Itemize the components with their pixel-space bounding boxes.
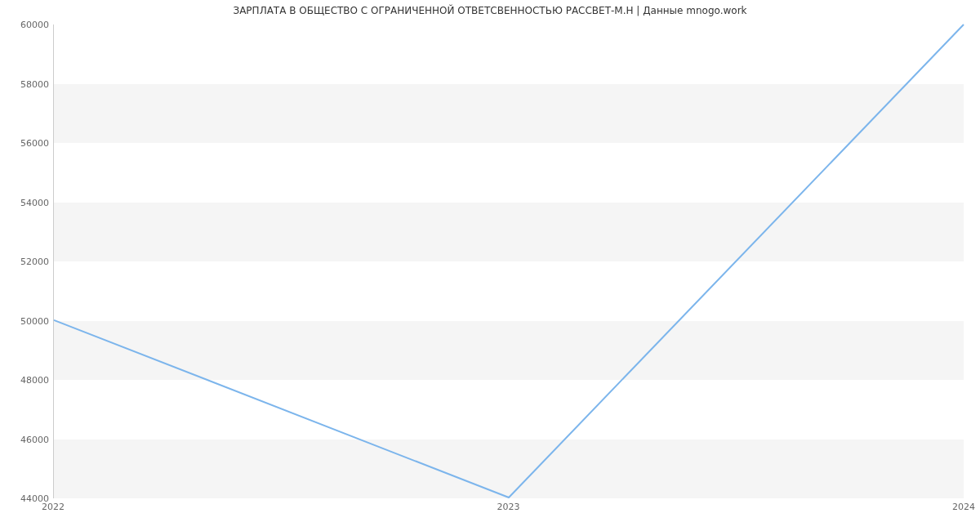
data-line bbox=[54, 25, 964, 498]
y-tick-label: 60000 bbox=[8, 20, 49, 30]
y-tick-label: 58000 bbox=[8, 78, 49, 89]
y-tick-label: 50000 bbox=[8, 315, 49, 326]
x-tick-label: 2023 bbox=[497, 502, 520, 512]
chart-title: ЗАРПЛАТА В ОБЩЕСТВО С ОГРАНИЧЕННОЙ ОТВЕТ… bbox=[0, 5, 980, 16]
y-tick-label: 52000 bbox=[8, 257, 49, 267]
plot-area bbox=[53, 25, 964, 498]
chart-container: ЗАРПЛАТА В ОБЩЕСТВО С ОГРАНИЧЕННОЙ ОТВЕТ… bbox=[0, 0, 980, 531]
x-tick-label: 2022 bbox=[42, 502, 65, 512]
x-tick-label: 2024 bbox=[952, 502, 975, 512]
line-series bbox=[54, 25, 964, 498]
y-tick-label: 48000 bbox=[8, 375, 49, 386]
y-tick-label: 56000 bbox=[8, 138, 49, 149]
y-tick-label: 46000 bbox=[8, 434, 49, 444]
y-tick-label: 54000 bbox=[8, 197, 49, 207]
